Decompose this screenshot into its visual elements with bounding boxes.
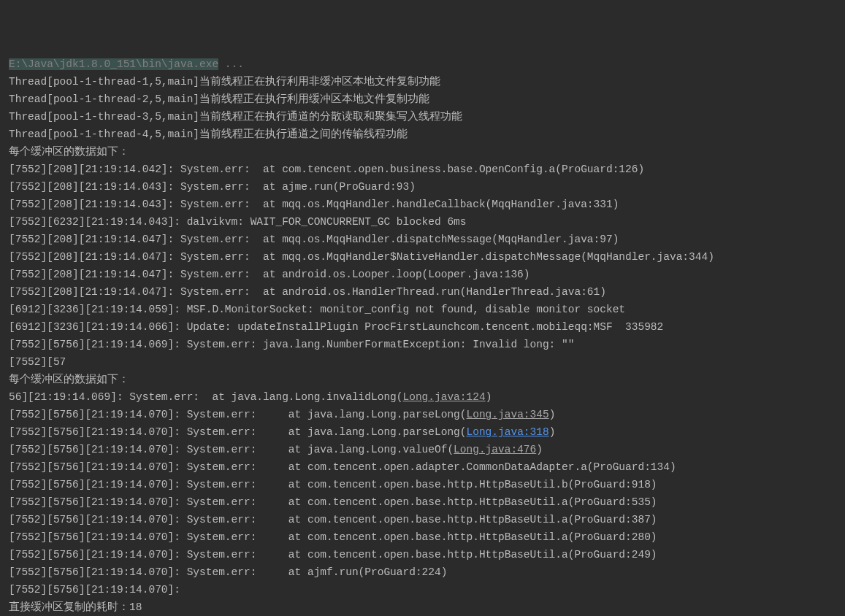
log-line-with-link: [7552][5756][21:19:14.070]: System.err: … (9, 423, 836, 441)
thread-line: Thread[pool-1-thread-2,5,main]当前线程正在执行利用… (9, 91, 836, 108)
buffer-header: 每个缓冲区的数据如下： (9, 143, 836, 161)
log-line: [7552][5756][21:19:14.070]: System.err: … (9, 511, 836, 528)
log-line: [7552][5756][21:19:14.070]: System.err: … (9, 563, 836, 581)
log-line: [7552][57 (9, 353, 836, 371)
log-line: [7552][208][21:19:14.042]: System.err: a… (9, 161, 836, 178)
log-line: [7552][5756][21:19:14.070]: System.err: … (9, 493, 836, 511)
log-line: [6912][3236][21:19:14.059]: MSF.D.Monito… (9, 301, 836, 318)
header-line: E:\Java\jdk1.8.0_151\bin\java.exe ... (9, 55, 836, 73)
log-line: [7552][208][21:19:14.043]: System.err: a… (9, 178, 836, 196)
thread-line: Thread[pool-1-thread-4,5,main]当前线程正在执行通道… (9, 126, 836, 143)
log-line: [7552][5756][21:19:14.070]: System.err: … (9, 476, 836, 493)
log-line: [7552][5756][21:19:14.070]: System.err: … (9, 546, 836, 563)
log-line: [7552][6232][21:19:14.043]: dalvikvm: WA… (9, 213, 836, 231)
log-line: [7552][5756][21:19:14.070]: System.err: … (9, 458, 836, 476)
summary-line: 直接缓冲区复制的耗时：18 (9, 598, 836, 616)
header-ellipsis: ... (218, 58, 244, 70)
log-line: [7552][5756][21:19:14.069]: System.err: … (9, 336, 836, 353)
log-line: [7552][208][21:19:14.047]: System.err: a… (9, 266, 836, 283)
log-line-with-link: [7552][5756][21:19:14.070]: System.err: … (9, 441, 836, 458)
source-link[interactable]: Long.java:476 (454, 444, 536, 455)
source-link[interactable]: Long.java:345 (467, 409, 549, 420)
log-line-with-link: 56][21:19:14.069]: System.err: at java.l… (9, 388, 836, 406)
thread-line: Thread[pool-1-thread-3,5,main]当前线程正在执行通道… (9, 108, 836, 126)
console-output[interactable]: E:\Java\jdk1.8.0_151\bin\java.exe ...Thr… (9, 55, 836, 616)
log-line: [7552][208][21:19:14.047]: System.err: a… (9, 231, 836, 248)
log-line: [7552][208][21:19:14.047]: System.err: a… (9, 283, 836, 301)
log-line: [7552][208][21:19:14.043]: System.err: a… (9, 196, 836, 213)
source-link[interactable]: Long.java:124 (403, 391, 486, 403)
log-line: [7552][5756][21:19:14.070]: (9, 581, 836, 598)
log-line: [7552][208][21:19:14.047]: System.err: a… (9, 248, 836, 266)
log-line: [7552][5756][21:19:14.070]: System.err: … (9, 528, 836, 546)
source-link[interactable]: Long.java:318 (467, 426, 549, 438)
java-path: E:\Java\jdk1.8.0_151\bin\java.exe (9, 58, 218, 70)
log-line: [6912][3236][21:19:14.066]: Update: upda… (9, 318, 836, 336)
thread-line: Thread[pool-1-thread-1,5,main]当前线程正在执行利用… (9, 73, 836, 91)
buffer-header: 每个缓冲区的数据如下： (9, 371, 836, 388)
log-line-with-link: [7552][5756][21:19:14.070]: System.err: … (9, 406, 836, 423)
